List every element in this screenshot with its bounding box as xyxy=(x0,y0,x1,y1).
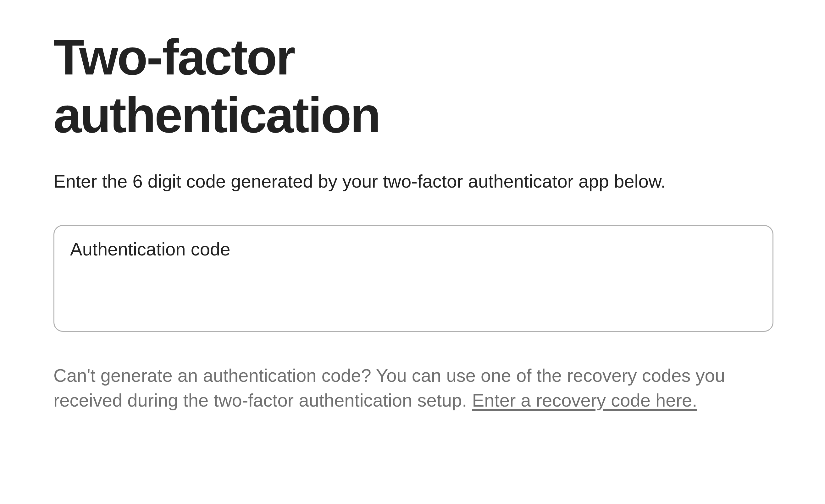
page-title: Two-factor authentication xyxy=(54,28,494,144)
auth-code-input-wrapper[interactable]: Authentication code xyxy=(54,225,773,332)
auth-code-label: Authentication code xyxy=(70,239,757,260)
recovery-code-link[interactable]: Enter a recovery code here. xyxy=(472,390,697,410)
two-factor-auth-panel: Two-factor authentication Enter the 6 di… xyxy=(0,0,825,413)
auth-code-input[interactable] xyxy=(70,263,757,290)
recovery-help-text: Can't generate an authentication code? Y… xyxy=(54,363,771,413)
instruction-text: Enter the 6 digit code generated by your… xyxy=(54,169,771,193)
